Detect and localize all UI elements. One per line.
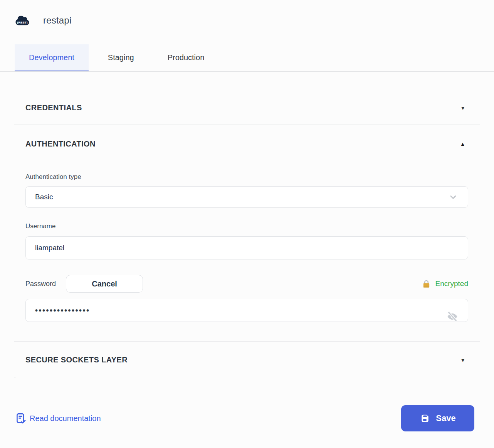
documentation-icon xyxy=(16,413,26,424)
environment-tab-bar: Development Staging Production xyxy=(0,44,494,72)
config-form: CREDENTIALS ▼ AUTHENTICATION ▲ Authentic… xyxy=(0,72,494,378)
lock-icon xyxy=(422,280,431,288)
username-input[interactable] xyxy=(25,236,468,259)
read-documentation-label: Read documentation xyxy=(30,414,101,423)
section-ssl-title: SECURE SOCKETS LAYER xyxy=(25,355,128,364)
toggle-password-visibility-button[interactable] xyxy=(446,311,459,322)
save-button-label: Save xyxy=(436,413,455,423)
section-authentication-title: AUTHENTICATION xyxy=(25,140,96,148)
action-bar: Read documentation Save xyxy=(0,405,494,431)
auth-type-select[interactable]: Basic xyxy=(25,186,468,208)
section-ssl: SECURE SOCKETS LAYER ▼ xyxy=(14,342,480,378)
tab-staging[interactable]: Staging xyxy=(94,44,148,71)
collapse-caret-icon[interactable]: ▼ xyxy=(460,357,465,363)
expand-caret-icon[interactable]: ▲ xyxy=(460,141,465,147)
password-label: Password xyxy=(25,280,56,288)
restapi-logo-icon: {REST} xyxy=(15,15,29,26)
section-authentication-header[interactable]: AUTHENTICATION ▲ xyxy=(14,140,480,148)
password-field-wrap xyxy=(14,299,480,322)
section-credentials-title: CREDENTIALS xyxy=(25,103,82,112)
save-icon xyxy=(420,413,430,424)
encrypted-badge: Encrypted xyxy=(422,280,468,288)
section-authentication: AUTHENTICATION ▲ Authentication type Bas… xyxy=(14,125,480,342)
section-credentials-header[interactable]: CREDENTIALS ▼ xyxy=(14,103,480,112)
save-button[interactable]: Save xyxy=(401,405,474,431)
encrypted-label: Encrypted xyxy=(435,280,468,288)
username-label: Username xyxy=(25,222,468,230)
auth-type-selected-value: Basic xyxy=(35,193,53,201)
tab-development[interactable]: Development xyxy=(15,44,89,71)
logo-text: {REST} xyxy=(17,21,28,24)
section-credentials: CREDENTIALS ▼ xyxy=(14,72,480,125)
password-row: Password Cancel Encrypted xyxy=(25,275,468,293)
read-documentation-link[interactable]: Read documentation xyxy=(16,413,101,424)
collapse-caret-icon[interactable]: ▼ xyxy=(460,105,465,111)
page-title: restapi xyxy=(43,15,71,26)
app-header: {REST} restapi xyxy=(0,0,494,27)
eye-slash-icon xyxy=(446,311,459,322)
cancel-button[interactable]: Cancel xyxy=(66,275,143,293)
auth-type-label: Authentication type xyxy=(25,173,468,181)
tab-production[interactable]: Production xyxy=(153,44,219,71)
section-ssl-header[interactable]: SECURE SOCKETS LAYER ▼ xyxy=(14,355,480,364)
chevron-down-icon xyxy=(449,192,458,202)
password-input[interactable] xyxy=(25,299,468,322)
